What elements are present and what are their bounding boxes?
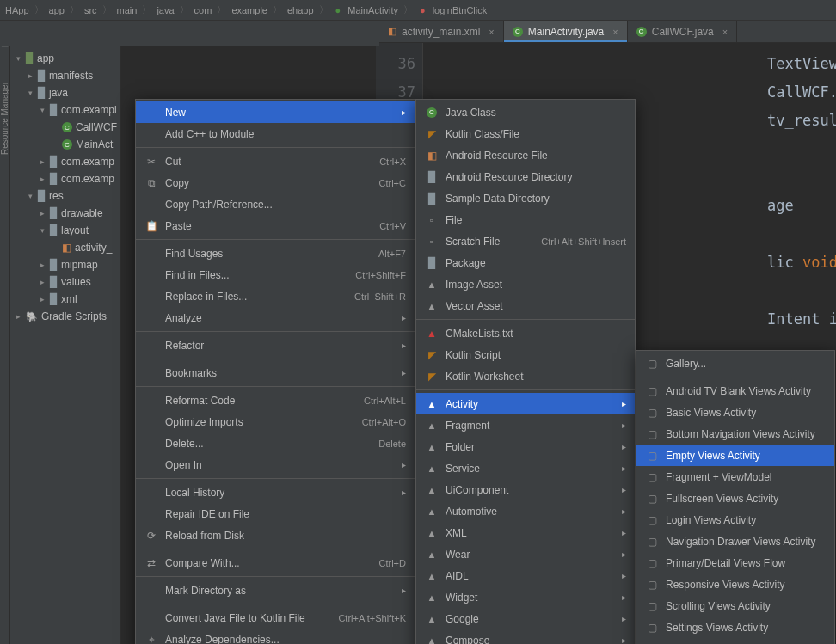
menu-item[interactable]: ▲Vector Asset xyxy=(416,295,635,316)
breadcrumb-segment[interactable]: ehapp xyxy=(286,5,316,15)
menu-item[interactable]: ◤Kotlin Class/File xyxy=(416,123,635,144)
tree-caret[interactable]: ▸ xyxy=(14,312,22,321)
menu-item[interactable]: ▢Login Views Activity xyxy=(636,509,834,531)
menu-item[interactable]: ▢Empty Views Activity xyxy=(636,445,834,466)
code-line[interactable] xyxy=(767,135,836,163)
menu-item[interactable]: Convert Java File to Kotlin FileCtrl+Alt… xyxy=(136,607,415,629)
tree-node[interactable]: ▾▉layout xyxy=(10,222,120,239)
tree-caret[interactable]: ▸ xyxy=(26,71,34,80)
tree-node[interactable]: ▸▉drawable xyxy=(10,205,120,222)
breadcrumb-segment[interactable]: ● loginBtnClick xyxy=(416,5,489,15)
menu-item[interactable]: ▲Compose▸ xyxy=(416,629,635,644)
tree-caret[interactable]: ▾ xyxy=(38,106,46,114)
context-menu[interactable]: New▸Add C++ to Module✂CutCtrl+X⧉CopyCtrl… xyxy=(135,99,415,644)
tree-caret[interactable]: ▾ xyxy=(26,192,34,200)
tree-node[interactable]: ▸▉xml xyxy=(10,291,120,308)
code-line[interactable]: CallWCF.Unre xyxy=(767,78,836,107)
breadcrumb-segment[interactable]: HApp xyxy=(3,5,31,15)
code-line[interactable]: tv_result.set xyxy=(767,107,836,135)
code-line[interactable] xyxy=(767,163,836,192)
menu-item[interactable]: ▲XML▸ xyxy=(416,522,635,543)
tree-node[interactable]: CMainAct xyxy=(10,136,120,153)
menu-item[interactable]: ▉Package xyxy=(416,252,635,273)
menu-item[interactable]: ▫Scratch FileCtrl+Alt+Shift+Insert xyxy=(416,230,635,252)
code-line[interactable] xyxy=(767,220,836,248)
tree-node[interactable]: ▾▉res xyxy=(10,187,120,205)
menu-item[interactable]: ▲Fragment▸ xyxy=(416,414,635,436)
menu-item[interactable]: ✂CutCtrl+X xyxy=(136,150,415,172)
menu-item[interactable]: ▲UiComponent▸ xyxy=(416,479,635,500)
breadcrumb-segment[interactable]: example xyxy=(230,5,269,15)
menu-item[interactable]: ▲Automotive▸ xyxy=(416,500,635,522)
menu-item[interactable]: ◤Kotlin Worksheet xyxy=(416,365,635,387)
tree-node[interactable]: ◧activity_ xyxy=(10,239,120,256)
tree-caret[interactable]: ▸ xyxy=(38,295,46,304)
menu-item[interactable]: Find UsagesAlt+F7 xyxy=(136,242,415,264)
menu-item[interactable]: Bookmarks▸ xyxy=(136,362,415,383)
menu-item[interactable]: Add C++ to Module xyxy=(136,123,415,144)
menu-item[interactable]: ◤Kotlin Script xyxy=(416,344,635,365)
menu-item[interactable]: ▲CMakeLists.txt xyxy=(416,322,635,344)
code-line[interactable]: age xyxy=(767,192,836,220)
menu-item[interactable]: ⧉CopyCtrl+C xyxy=(136,172,415,193)
project-tree[interactable]: ▾▉app▸▉manifests▾▉java▾▉com.examplCCallW… xyxy=(10,46,120,328)
menu-item[interactable]: ▲Service▸ xyxy=(416,457,635,479)
menu-item[interactable]: CJava Class xyxy=(416,101,635,123)
menu-item[interactable]: ⌖Analyze Dependencies... xyxy=(136,629,415,644)
menu-item[interactable]: ◧Android Resource File xyxy=(416,144,635,166)
tree-caret[interactable]: ▸ xyxy=(38,261,46,269)
menu-item[interactable]: ▫File xyxy=(416,209,635,230)
editor-tab[interactable]: ◧activity_main.xml× xyxy=(379,21,504,42)
breadcrumb-segment[interactable]: java xyxy=(155,5,175,15)
project-view-title[interactable]: Android xyxy=(34,28,98,40)
menu-item[interactable]: ⟳Reload from Disk xyxy=(136,524,415,546)
code-line[interactable]: lic void login xyxy=(767,248,836,277)
menu-item[interactable]: Optimize ImportsCtrl+Alt+O xyxy=(136,411,415,432)
menu-item[interactable]: Analyze▸ xyxy=(136,307,415,328)
tree-caret[interactable]: ▾ xyxy=(14,54,22,63)
activity-submenu[interactable]: ▢Gallery...▢Android TV Blank Views Activ… xyxy=(636,350,835,644)
menu-item[interactable]: ⇄Compare With...Ctrl+D xyxy=(136,552,415,573)
breadcrumb-segment[interactable]: ● MainActivity xyxy=(332,5,400,15)
tree-node[interactable]: ▾▉app xyxy=(10,50,120,67)
menu-item[interactable]: ▲Wear▸ xyxy=(416,543,635,565)
close-icon[interactable]: × xyxy=(722,27,728,37)
menu-item[interactable]: Repair IDE on File xyxy=(136,503,415,524)
menu-item[interactable]: ▉Sample Data Directory xyxy=(416,187,635,209)
tree-caret[interactable]: ▸ xyxy=(38,175,46,183)
menu-item[interactable]: ▲Widget▸ xyxy=(416,586,635,608)
tree-node[interactable]: ▸▉com.examp xyxy=(10,153,120,170)
menu-item[interactable]: ▢Primary/Detail Views Flow xyxy=(636,552,834,573)
close-icon[interactable]: × xyxy=(489,27,494,37)
code-line[interactable]: TextView tv_r xyxy=(767,50,836,78)
menu-item[interactable]: ▲Image Asset xyxy=(416,273,635,295)
menu-item[interactable]: Reformat CodeCtrl+Alt+L xyxy=(136,389,415,411)
menu-item[interactable]: ▢Fullscreen Views Activity xyxy=(636,488,834,509)
menu-item[interactable]: Open In▸ xyxy=(136,454,415,475)
resource-manager-label[interactable]: Resource Manager xyxy=(0,82,9,155)
menu-item[interactable]: ▲Activity▸ xyxy=(416,393,635,414)
breadcrumb-segment[interactable]: src xyxy=(83,5,99,15)
new-submenu[interactable]: CJava Class◤Kotlin Class/File◧Android Re… xyxy=(415,99,636,644)
menu-item[interactable]: ▢Fragment + ViewModel xyxy=(636,466,834,488)
menu-item[interactable]: ▲Folder▸ xyxy=(416,436,635,457)
menu-item[interactable]: ▢Navigation Drawer Views Activity xyxy=(636,531,834,552)
menu-item[interactable]: ▢Tabbed Views Activity xyxy=(636,638,834,644)
menu-item[interactable]: New▸ xyxy=(136,101,415,123)
close-icon[interactable]: × xyxy=(612,27,618,37)
menu-item[interactable]: ▢Responsive Views Activity xyxy=(636,573,834,595)
breadcrumb-segment[interactable]: main xyxy=(115,5,139,15)
menu-item[interactable]: Mark Directory as▸ xyxy=(136,580,415,601)
menu-item[interactable]: Replace in Files...Ctrl+Shift+R xyxy=(136,285,415,307)
menu-item[interactable]: ▢Scrolling Views Activity xyxy=(636,595,834,616)
breadcrumb-segment[interactable]: com xyxy=(193,5,214,15)
editor-tab[interactable]: CMainActivity.java× xyxy=(504,21,628,42)
tree-caret[interactable]: ▸ xyxy=(38,278,46,286)
tree-caret[interactable]: ▸ xyxy=(38,157,46,166)
breadcrumb[interactable]: HApp〉app〉src〉main〉java〉com〉example〉ehapp… xyxy=(0,0,836,21)
menu-item[interactable]: ▢Settings Views Activity xyxy=(636,616,834,638)
code-line[interactable]: Intent inten xyxy=(767,305,836,334)
menu-item[interactable]: ▲AIDL▸ xyxy=(416,565,635,586)
tree-caret[interactable]: ▾ xyxy=(38,226,46,235)
tree-node[interactable]: ▸🐘Gradle Scripts xyxy=(10,308,120,325)
